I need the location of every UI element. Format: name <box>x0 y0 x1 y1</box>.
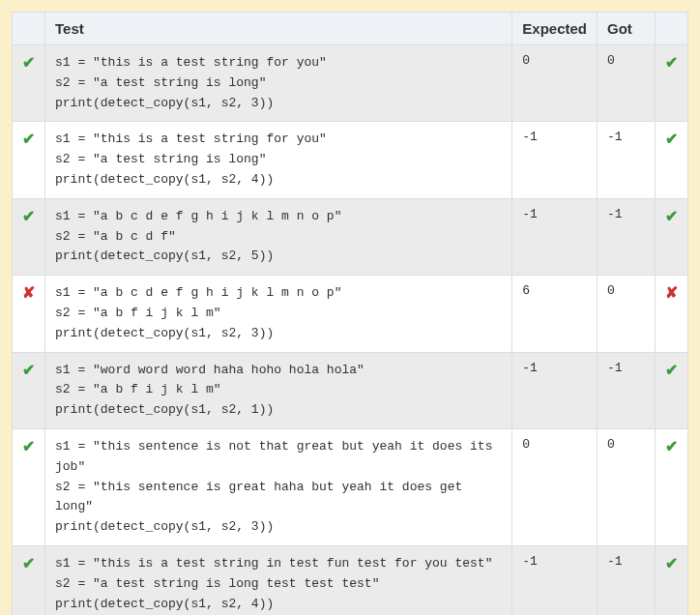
table-row: ✔s1 = "this is a test string for you" s2… <box>13 45 688 122</box>
pass-icon: ✔ <box>13 198 45 275</box>
pass-icon: ✔ <box>13 122 45 198</box>
test-code: s1 = "a b c d e f g h i j k l m n o p" s… <box>55 283 502 343</box>
table-row: ✔s1 = "word word word haha hoho hola hol… <box>13 352 688 428</box>
header-expected: Expected <box>512 13 598 45</box>
got-value: 0 <box>598 428 656 545</box>
pass-icon: ✔ <box>656 545 688 615</box>
pass-icon: ✔ <box>13 428 45 545</box>
header-test: Test <box>45 13 512 45</box>
table-row: ✔s1 = "this is a test string in test fun… <box>13 545 688 615</box>
pass-icon: ✔ <box>656 45 688 122</box>
got-value: 0 <box>598 276 656 352</box>
table-row: ✔s1 = "this is a test string for you" s2… <box>13 122 688 198</box>
header-got: Got <box>598 13 656 45</box>
header-result <box>656 13 688 45</box>
test-code-cell: s1 = "this is a test string in test fun … <box>45 545 512 615</box>
fail-icon: ✘ <box>656 276 688 352</box>
expected-value: -1 <box>512 545 598 615</box>
table-row: ✔s1 = "a b c d e f g h i j k l m n o p" … <box>13 198 688 275</box>
check-icon: ✔ <box>22 438 35 454</box>
cross-icon: ✘ <box>665 284 678 301</box>
expected-value: -1 <box>512 122 598 198</box>
check-icon: ✔ <box>22 555 35 571</box>
table-row: ✘s1 = "a b c d e f g h i j k l m n o p" … <box>13 276 688 352</box>
test-code: s1 = "word word word haha hoho hola hola… <box>55 361 502 421</box>
fail-icon: ✘ <box>13 276 45 352</box>
check-icon: ✔ <box>665 131 678 147</box>
check-icon: ✔ <box>665 362 678 378</box>
check-icon: ✔ <box>665 208 678 224</box>
check-icon: ✔ <box>22 362 35 378</box>
pass-icon: ✔ <box>656 428 688 545</box>
test-code: s1 = "a b c d e f g h i j k l m n o p" s… <box>55 207 502 267</box>
test-code: s1 = "this sentence is not that great bu… <box>55 437 502 538</box>
test-code-cell: s1 = "this sentence is not that great bu… <box>45 428 512 545</box>
test-code: s1 = "this is a test string for you" s2 … <box>55 130 502 190</box>
expected-value: 6 <box>512 276 598 352</box>
check-icon: ✔ <box>22 131 35 147</box>
expected-value: -1 <box>512 198 598 275</box>
table-row: ✔s1 = "this sentence is not that great b… <box>13 428 688 545</box>
test-code-cell: s1 = "this is a test string for you" s2 … <box>45 45 512 122</box>
pass-icon: ✔ <box>656 122 688 198</box>
test-code: s1 = "this is a test string in test fun … <box>55 554 502 614</box>
pass-icon: ✔ <box>656 198 688 275</box>
check-icon: ✔ <box>665 555 678 571</box>
pass-icon: ✔ <box>13 545 45 615</box>
pass-icon: ✔ <box>13 352 45 428</box>
test-results-table: Test Expected Got ✔s1 = "this is a test … <box>12 12 688 615</box>
expected-value: -1 <box>512 352 598 428</box>
got-value: -1 <box>598 545 656 615</box>
got-value: -1 <box>598 352 656 428</box>
got-value: 0 <box>598 45 656 122</box>
check-icon: ✔ <box>665 54 678 71</box>
got-value: -1 <box>598 122 656 198</box>
expected-value: 0 <box>512 428 598 545</box>
cross-icon: ✘ <box>22 284 35 301</box>
check-icon: ✔ <box>22 54 35 71</box>
test-code-cell: s1 = "this is a test string for you" s2 … <box>45 122 512 198</box>
expected-value: 0 <box>512 45 598 122</box>
pass-icon: ✔ <box>656 352 688 428</box>
pass-icon: ✔ <box>13 45 45 122</box>
test-code: s1 = "this is a test string for you" s2 … <box>55 53 502 113</box>
test-code-cell: s1 = "word word word haha hoho hola hola… <box>45 352 512 428</box>
test-code-cell: s1 = "a b c d e f g h i j k l m n o p" s… <box>45 198 512 275</box>
got-value: -1 <box>598 198 656 275</box>
test-code-cell: s1 = "a b c d e f g h i j k l m n o p" s… <box>45 276 512 352</box>
check-icon: ✔ <box>665 438 678 454</box>
header-status <box>13 13 45 45</box>
check-icon: ✔ <box>22 208 35 224</box>
